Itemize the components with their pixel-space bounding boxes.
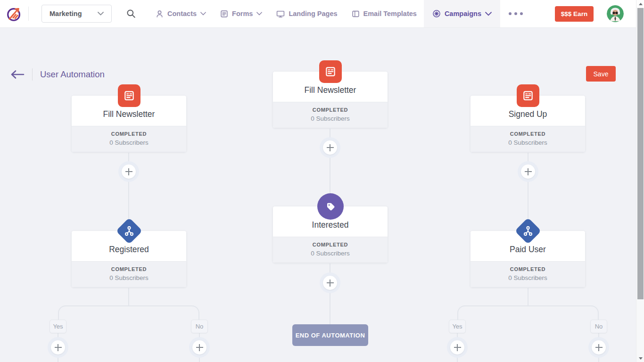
plus-icon: [521, 165, 535, 179]
nav-item-email-templates[interactable]: Email Templates: [345, 0, 424, 27]
user-avatar[interactable]: [607, 5, 624, 22]
node-status: COMPLETED: [273, 107, 388, 113]
node-subscribers: 0 Subscribers: [471, 139, 585, 146]
workspace-selector[interactable]: Marketing: [41, 5, 112, 23]
add-step-button[interactable]: [320, 137, 340, 158]
branch-label-yes: Yes: [449, 320, 466, 333]
branch-connector-yes: [58, 305, 129, 320]
dot-icon: [514, 12, 517, 15]
avatar-image: [607, 5, 624, 22]
scroll-up-arrow-icon[interactable]: [636, 0, 644, 8]
add-step-button[interactable]: [118, 161, 139, 182]
connector-line: [128, 288, 129, 306]
chevron-down-icon: [98, 12, 104, 16]
dot-icon: [509, 12, 512, 15]
automation-canvas: Fill Newsletter COMPLETED 0 Subscribers …: [0, 0, 644, 362]
add-step-button[interactable]: [189, 337, 210, 358]
node-status: COMPLETED: [471, 266, 585, 272]
node-interested[interactable]: Interested COMPLETED 0 Subscribers: [273, 206, 388, 263]
scrollbar-thumb[interactable]: [637, 8, 644, 299]
nav-item-forms[interactable]: Forms: [213, 0, 269, 27]
node-fill-newsletter-middle[interactable]: Fill Newsletter COMPLETED 0 Subscribers: [273, 72, 388, 128]
nav-item-landing-pages[interactable]: Landing Pages: [269, 0, 344, 27]
person-icon: [156, 10, 164, 18]
branch-connector-no: [129, 305, 199, 320]
node-footer: COMPLETED 0 Subscribers: [273, 237, 388, 263]
search-icon: [126, 9, 136, 18]
node-fill-newsletter-left[interactable]: Fill Newsletter COMPLETED 0 Subscribers: [72, 96, 186, 152]
nav-item-label: Email Templates: [363, 10, 417, 17]
plus-icon: [122, 165, 136, 179]
nav-menu: Contacts Forms Landing Pages: [149, 0, 531, 27]
more-menu-button[interactable]: [500, 0, 531, 27]
nav-divider: [28, 7, 29, 21]
branch-connector-yes: [457, 305, 528, 320]
plus-icon: [323, 140, 337, 155]
node-footer: COMPLETED 0 Subscribers: [273, 102, 388, 128]
plus-icon: [192, 340, 206, 354]
workspace-label: Marketing: [50, 10, 82, 17]
branch-connector-no: [528, 305, 599, 320]
node-subscribers: 0 Subscribers: [273, 115, 388, 122]
node-registered[interactable]: Registered COMPLETED 0 Subscribers: [72, 231, 186, 287]
node-subscribers: 0 Subscribers: [72, 274, 186, 281]
add-step-button[interactable]: [588, 337, 609, 358]
newsletter-icon: [118, 84, 140, 107]
vertical-scrollbar[interactable]: [636, 0, 644, 362]
plus-icon: [323, 276, 337, 290]
node-footer: COMPLETED 0 Subscribers: [72, 126, 186, 152]
earn-button[interactable]: $$$ Earn: [555, 6, 594, 22]
template-icon: [352, 10, 360, 18]
monitor-icon: [276, 10, 285, 18]
node-footer: COMPLETED 0 Subscribers: [471, 126, 585, 152]
end-of-automation-node: END OF AUTOMATION: [292, 324, 368, 346]
branch-label-yes: Yes: [50, 320, 66, 333]
node-footer: COMPLETED 0 Subscribers: [72, 261, 186, 287]
node-status: COMPLETED: [72, 131, 186, 137]
node-status: COMPLETED: [72, 266, 186, 272]
chevron-down-icon: [256, 12, 262, 16]
nav-item-label: Contacts: [167, 10, 197, 17]
branch-label-no: No: [590, 320, 607, 333]
node-signed-up[interactable]: Signed Up COMPLETED 0 Subscribers: [471, 96, 585, 152]
node-status: COMPLETED: [273, 242, 388, 247]
node-footer: COMPLETED 0 Subscribers: [471, 261, 585, 287]
plus-icon: [51, 340, 65, 354]
newsletter-icon: [517, 84, 539, 107]
add-step-button[interactable]: [48, 337, 68, 358]
add-step-button[interactable]: [447, 337, 468, 358]
engage-logo-icon: [5, 5, 23, 23]
node-subscribers: 0 Subscribers: [471, 274, 585, 281]
node-subscribers: 0 Subscribers: [72, 139, 186, 146]
nav-item-contacts[interactable]: Contacts: [149, 0, 213, 27]
dot-icon: [520, 12, 523, 15]
top-navbar: Marketing Contacts Forms: [0, 0, 636, 28]
chevron-down-icon: [485, 12, 492, 16]
add-step-button[interactable]: [320, 272, 340, 293]
newsletter-icon: [319, 60, 342, 83]
form-icon: [220, 10, 228, 18]
plus-icon: [592, 340, 606, 354]
node-paid-user[interactable]: Paid User COMPLETED 0 Subscribers: [471, 231, 585, 287]
branch-label-no: No: [191, 320, 208, 333]
connector-line: [528, 288, 528, 306]
nav-item-campaigns[interactable]: Campaigns: [424, 0, 500, 27]
scroll-down-arrow-icon[interactable]: [636, 354, 644, 362]
tag-icon: [317, 193, 344, 220]
search-button[interactable]: [124, 7, 138, 21]
add-step-button[interactable]: [518, 161, 538, 182]
nav-item-label: Forms: [232, 10, 253, 17]
nav-item-label: Campaigns: [445, 10, 481, 17]
plus-icon: [450, 340, 464, 354]
app-logo[interactable]: [5, 4, 24, 23]
node-status: COMPLETED: [471, 131, 585, 137]
node-subscribers: 0 Subscribers: [273, 250, 388, 257]
chevron-down-icon: [200, 12, 206, 16]
nav-item-label: Landing Pages: [289, 10, 337, 17]
campaign-icon: [432, 9, 441, 18]
